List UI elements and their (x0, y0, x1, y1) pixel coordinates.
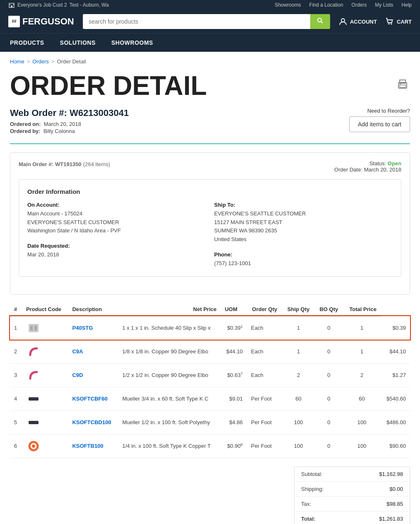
print-button[interactable] (395, 77, 410, 95)
find-location-link[interactable]: Find a Location (309, 2, 343, 8)
showrooms-link[interactable]: Showrooms (275, 2, 301, 8)
svg-rect-11 (400, 85, 406, 87)
row-description: 1/8 x 1/8 in. Copper 90 Degree Elbo (118, 340, 221, 363)
svg-rect-16 (29, 397, 39, 401)
tax-label: Tax: (301, 501, 311, 507)
status-value: Open (388, 160, 401, 167)
row-order-qty: 100 (282, 411, 315, 434)
company-sub: Test - Auburn, Wa (70, 2, 109, 8)
row-ship-qty: 0 (315, 434, 343, 458)
ordered-on: Ordered on: March 20, 2018 (10, 121, 129, 127)
my-lists-link[interactable]: My Lists (375, 2, 393, 8)
orders-link[interactable]: Orders (352, 2, 367, 8)
main-order-section: Main Order #: WT191350 (264 items) Statu… (10, 152, 410, 295)
row-num: 4 (10, 387, 22, 411)
main-content: Home > Orders > Order Detail ORDER DETAI… (0, 52, 420, 524)
search-bar (83, 14, 330, 29)
ship-to-label: Ship To: (214, 202, 235, 208)
ordered-on-value: March 20, 2018 (44, 121, 81, 127)
ordered-by-value: Billy Colonna (43, 128, 75, 134)
row-code[interactable]: KSOFTCBD100 (68, 411, 118, 434)
account-button[interactable]: ACCOUNT (338, 17, 377, 26)
subtotal-value: $1,162.98 (379, 471, 403, 477)
header-actions: ACCOUNT CART (338, 17, 412, 26)
cart-button[interactable]: CART (385, 17, 412, 26)
order-header: Web Order #: W6213003041 Ordered on: Mar… (10, 108, 410, 144)
ship-address1: 15127 MAIN STREET EAST (214, 218, 393, 227)
row-code[interactable]: KSOFTB100 (68, 434, 118, 458)
add-items-to-cart-button[interactable]: Add items to cart (349, 116, 410, 132)
web-order-number: W6213003041 (70, 108, 129, 118)
row-description: Mueller 3/4 in. x 60 ft. Soft Type K C (118, 387, 221, 411)
account-region: Washington State / N Idaho Area - PVF (27, 227, 206, 235)
svg-point-19 (32, 444, 35, 448)
product-table: # Product Code Description Net Price UOM… (10, 303, 410, 458)
row-ship-qty: 0 (315, 340, 343, 363)
order-date-value: March 20, 2018 (364, 167, 401, 173)
main-order-title: Main Order #: WT191350 (264 items) (19, 160, 110, 167)
row-code[interactable]: C9D (68, 363, 118, 387)
table-row: 6 KSOFTB100 1/4 in. x 100 ft. Soft Type … (10, 434, 410, 458)
col-description: Description (68, 303, 118, 316)
col-total-price: Total Price (343, 303, 381, 316)
row-order-qty: 1 (282, 340, 315, 363)
col-ship-qty: Ship Qty (282, 303, 315, 316)
row-ship-qty: 0 (315, 316, 343, 340)
row-img (22, 340, 68, 363)
order-date-label: Order Date: (334, 167, 362, 173)
on-account-label: On Account: (27, 202, 60, 208)
help-link[interactable]: Help (401, 2, 412, 8)
row-bo-qty: 1 (343, 340, 381, 363)
status-label: Status: (369, 160, 386, 167)
row-num: 2 (10, 340, 22, 363)
col-uom: UOM (221, 303, 247, 316)
row-code[interactable]: KSOFTCBF60 (68, 387, 118, 411)
order-info-grid: On Account: Main Account - 175024 EVERYO… (27, 201, 393, 268)
phone-row: Phone: (757) 123-1001 (214, 251, 393, 268)
svg-rect-1 (11, 5, 12, 7)
totals-table: Subtotal: $1,162.98 Shipping: $0.00 Tax:… (294, 466, 410, 524)
row-code[interactable]: C9A (68, 340, 118, 363)
web-order-heading: Web Order #: W6213003041 (10, 108, 129, 118)
col-product-code: Product Code (22, 303, 68, 316)
nav-solutions[interactable]: SOLUTIONS (58, 34, 97, 52)
svg-rect-14 (30, 326, 33, 331)
page-title: ORDER DETAIL (10, 70, 207, 101)
row-total-price: $1.27 (381, 363, 410, 387)
svg-point-12 (400, 83, 401, 85)
row-ship-qty: 0 (315, 363, 343, 387)
row-num: 6 (10, 434, 22, 458)
company-name: Everyone's Job Cust 2 (17, 2, 67, 8)
row-description: 1/4 in. x 100 ft. Soft Type K Copper T (118, 434, 221, 458)
table-row: 5 KSOFTCBD100 Mueller 1/2 in. x 100 ft. … (10, 411, 410, 434)
order-info-title: Order Information (27, 188, 393, 195)
cart-label: CART (397, 19, 412, 25)
page-title-row: ORDER DETAIL (10, 70, 410, 101)
search-icon (317, 17, 323, 24)
reorder-section: Need to Reorder? Add items to cart (349, 108, 410, 132)
svg-point-8 (391, 24, 392, 25)
nav-products[interactable]: PRODUCTS (8, 34, 46, 52)
row-bo-qty: 100 (343, 434, 381, 458)
breadcrumb-home[interactable]: Home (10, 58, 24, 65)
row-num: 3 (10, 363, 22, 387)
phone-value: (757) 123-1001 (214, 259, 393, 268)
svg-point-6 (341, 19, 345, 22)
breadcrumb-orders[interactable]: Orders (32, 58, 49, 65)
ship-to-col: Ship To: EVERYONE'S SEATTLE CUSTOMER 151… (214, 201, 393, 268)
search-button[interactable] (310, 14, 330, 29)
ordered-by: Ordered by: Billy Colonna (10, 128, 129, 134)
date-requested-value: Mar 20, 2018 (27, 251, 206, 259)
date-requested-row: Date Requested: Mar 20, 2018 (27, 242, 206, 259)
breadcrumb-sep-2: > (51, 58, 55, 65)
ordered-by-label: Ordered by: (10, 128, 41, 134)
row-num: 5 (10, 411, 22, 434)
search-input[interactable] (83, 14, 310, 29)
row-bo-qty: 1 (343, 316, 381, 340)
nav-showrooms[interactable]: SHOWROOMS (110, 34, 155, 52)
breadcrumb-sep-1: > (27, 58, 30, 65)
order-status-section: Status: Open Order Date: March 20, 2018 (334, 160, 401, 173)
top-bar: Everyone's Job Cust 2 Test - Auburn, Wa … (0, 0, 420, 10)
svg-rect-2 (10, 4, 10, 5)
row-code[interactable]: P40STG (68, 316, 118, 340)
